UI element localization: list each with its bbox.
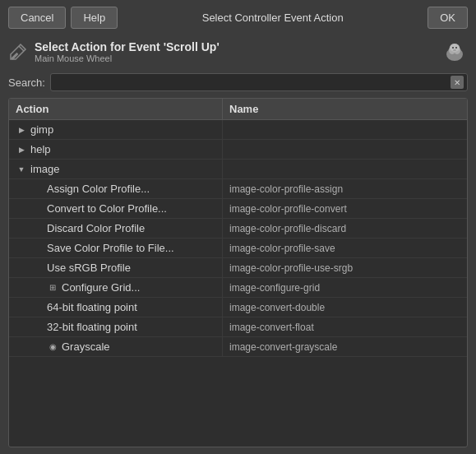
cell-action: 32-bit floating point bbox=[9, 317, 223, 336]
top-bar: Cancel Help Select Controller Event Acti… bbox=[0, 0, 476, 35]
clear-icon: ✕ bbox=[454, 78, 460, 87]
cell-action: ▶gimp bbox=[9, 120, 223, 139]
svg-point-9 bbox=[453, 49, 456, 51]
expand-icon bbox=[32, 322, 44, 333]
cell-action: 64-bit floating point bbox=[9, 298, 223, 317]
table-row[interactable]: ▶gimp bbox=[9, 120, 467, 140]
cell-name: image-color-profile-discard bbox=[223, 220, 467, 238]
action-label: Save Color Profile to File... bbox=[47, 242, 174, 254]
dialog-header-text: Select Action for Event 'Scroll Up' Main… bbox=[35, 40, 435, 63]
cell-name: image-color-profile-use-srgb bbox=[223, 259, 467, 277]
table-row[interactable]: Assign Color Profile...image-color-profi… bbox=[9, 179, 467, 199]
svg-point-8 bbox=[455, 47, 457, 49]
cell-name bbox=[223, 166, 467, 173]
table-row[interactable]: ▼image bbox=[9, 160, 467, 179]
cell-action: ▼image bbox=[9, 160, 223, 178]
table-row[interactable]: Convert to Color Profile...image-color-p… bbox=[9, 199, 467, 219]
grid-icon: ⊞ bbox=[47, 282, 58, 294]
expand-icon bbox=[32, 203, 44, 215]
action-label: gimp bbox=[30, 123, 53, 136]
table-row[interactable]: ▶help bbox=[9, 140, 467, 160]
ok-button[interactable]: OK bbox=[427, 7, 468, 29]
cell-name bbox=[223, 127, 467, 133]
action-label: Assign Color Profile... bbox=[47, 183, 150, 195]
action-label: Convert to Color Profile... bbox=[47, 202, 167, 215]
search-label: Search: bbox=[8, 76, 45, 89]
dialog-sub-title: Main Mouse Wheel bbox=[35, 53, 435, 63]
col-action-header: Action bbox=[9, 99, 223, 119]
table-row[interactable]: Use sRGB Profileimage-color-profile-use-… bbox=[9, 258, 467, 278]
expand-icon bbox=[32, 341, 44, 353]
help-button[interactable]: Help bbox=[71, 7, 118, 29]
table-row[interactable]: 32-bit floating pointimage-convert-float bbox=[9, 317, 467, 337]
header-icon bbox=[8, 42, 28, 62]
window-title: Select Controller Event Action bbox=[122, 12, 423, 24]
table-header: Action Name bbox=[9, 99, 467, 120]
action-label: Grayscale bbox=[62, 340, 110, 353]
app-logo bbox=[441, 39, 468, 65]
dialog-header: Select Action for Event 'Scroll Up' Main… bbox=[0, 35, 476, 70]
table-row[interactable]: ◉Grayscaleimage-convert-grayscale bbox=[9, 337, 467, 357]
cell-name: image-convert-float bbox=[223, 318, 467, 336]
expand-icon[interactable]: ▶ bbox=[16, 124, 27, 136]
cell-name: image-color-profile-save bbox=[223, 239, 467, 257]
cancel-button[interactable]: Cancel bbox=[8, 7, 66, 29]
expand-icon bbox=[32, 262, 44, 274]
action-label: Discard Color Profile bbox=[47, 222, 145, 234]
cell-name: image-convert-grayscale bbox=[223, 338, 467, 356]
action-label: image bbox=[30, 163, 59, 175]
action-label: Use sRGB Profile bbox=[47, 262, 131, 274]
expand-icon bbox=[32, 243, 44, 254]
search-input-wrap: ✕ bbox=[50, 73, 468, 91]
expand-icon bbox=[32, 223, 44, 234]
cell-action: Save Color Profile to File... bbox=[9, 239, 223, 257]
svg-point-7 bbox=[452, 47, 454, 49]
search-bar: Search: ✕ bbox=[0, 70, 476, 95]
cell-action: ▶help bbox=[9, 140, 223, 159]
cell-action: ⊞Configure Grid... bbox=[9, 278, 223, 297]
expand-icon bbox=[32, 282, 44, 294]
cell-name: image-convert-double bbox=[223, 299, 467, 317]
table-row[interactable]: ⊞Configure Grid...image-configure-grid bbox=[9, 278, 467, 298]
cell-name: image-configure-grid bbox=[223, 279, 467, 297]
cell-action: ◉Grayscale bbox=[9, 337, 223, 356]
action-label: help bbox=[30, 143, 51, 155]
table-body: ▶gimp▶help▼imageAssign Color Profile...i… bbox=[9, 120, 467, 447]
cell-name: image-color-profile-assign bbox=[223, 180, 467, 198]
col-name-header: Name bbox=[223, 99, 467, 119]
expand-icon bbox=[32, 302, 44, 313]
dialog-main-title: Select Action for Event 'Scroll Up' bbox=[35, 40, 435, 53]
cell-action: Discard Color Profile bbox=[9, 219, 223, 238]
expand-icon bbox=[32, 183, 44, 195]
cell-name bbox=[223, 146, 467, 153]
action-table: Action Name ▶gimp▶help▼imageAssign Color… bbox=[8, 98, 468, 447]
expand-icon[interactable]: ▶ bbox=[16, 144, 27, 155]
cell-action: Use sRGB Profile bbox=[9, 258, 223, 277]
table-row[interactable]: 64-bit floating pointimage-convert-doubl… bbox=[9, 298, 467, 317]
expand-icon[interactable]: ▼ bbox=[16, 164, 27, 175]
eye-icon: ◉ bbox=[47, 341, 58, 353]
action-label: Configure Grid... bbox=[62, 281, 140, 294]
action-label: 64-bit floating point bbox=[47, 301, 137, 313]
cell-action: Convert to Color Profile... bbox=[9, 199, 223, 218]
table-row[interactable]: Save Color Profile to File...image-color… bbox=[9, 239, 467, 258]
table-row[interactable]: Discard Color Profileimage-color-profile… bbox=[9, 219, 467, 239]
search-clear-button[interactable]: ✕ bbox=[451, 76, 464, 89]
cell-name: image-color-profile-convert bbox=[223, 200, 467, 218]
search-input[interactable] bbox=[54, 76, 451, 89]
cell-action: Assign Color Profile... bbox=[9, 179, 223, 198]
action-label: 32-bit floating point bbox=[47, 321, 137, 333]
